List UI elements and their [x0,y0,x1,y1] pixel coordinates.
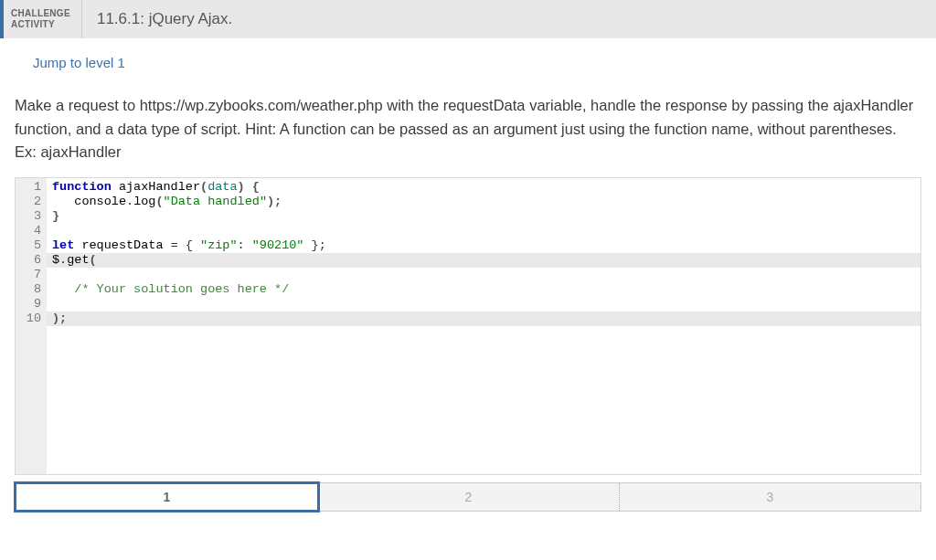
code-line: } [52,209,920,224]
level-tab-1[interactable]: 1 [14,481,320,512]
instructions-text: Make a request to https://wp.zybooks.com… [15,94,921,164]
line-number-gutter: 1 2 3 4 5 6 7 8 9 10 [16,178,47,474]
level-tabs: 1 2 3 [15,482,921,512]
code-line-highlighted: ); [47,312,920,326]
code-line [52,224,920,238]
code-line: function ajaxHandler(data) { [52,180,920,195]
line-number: 7 [16,268,41,282]
code-line [52,297,920,312]
line-number: 1 [16,180,41,195]
line-number: 9 [16,297,41,312]
line-number: 3 [16,209,41,224]
code-line: let requestData = { "zip": "90210" }; [52,238,920,253]
line-number: 6 [16,253,41,268]
code-line-highlighted: $.get( [47,253,920,268]
line-number: 10 [16,312,41,326]
code-editor[interactable]: 1 2 3 4 5 6 7 8 9 10 function ajaxHandle… [15,177,921,475]
line-number: 8 [16,282,41,297]
challenge-title: 11.6.1: jQuery Ajax. [82,0,232,38]
code-line: console.log("Data handled"); [52,195,920,209]
line-number: 2 [16,195,41,209]
code-line [52,268,920,282]
code-line: /* Your solution goes here */ [52,282,920,297]
level-tab-2[interactable]: 2 [318,483,619,511]
code-text-area[interactable]: function ajaxHandler(data) { console.log… [47,178,920,474]
jump-to-level-link[interactable]: Jump to level 1 [33,55,125,70]
content-area: Jump to level 1 Make a request to https:… [0,38,936,512]
challenge-label-line1: CHALLENGE [11,8,70,19]
challenge-label: CHALLENGE ACTIVITY [4,0,82,38]
challenge-label-line2: ACTIVITY [11,19,70,30]
line-number: 5 [16,238,41,253]
editor-content: 1 2 3 4 5 6 7 8 9 10 function ajaxHandle… [16,178,920,474]
line-number: 4 [16,224,41,238]
challenge-header: CHALLENGE ACTIVITY 11.6.1: jQuery Ajax. [0,0,936,38]
level-tab-3[interactable]: 3 [619,483,920,511]
